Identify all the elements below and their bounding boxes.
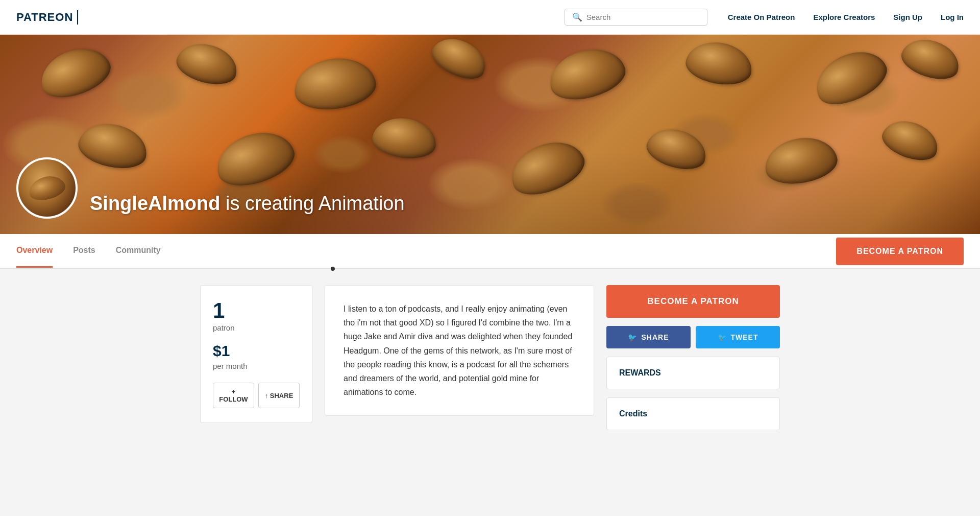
search-bar[interactable]: 🔍 — [565, 9, 707, 26]
tweet-label: TWEET — [731, 333, 758, 341]
patron-label: patron — [213, 323, 300, 332]
almond-decoration — [807, 41, 894, 114]
hero-content: SingleAlmond is creating Animation — [16, 157, 405, 219]
create-on-patreon-link[interactable]: Create On Patreon — [728, 13, 795, 21]
search-input[interactable] — [586, 13, 700, 21]
creator-name: SingleAlmond — [90, 193, 220, 214]
patreon-logo: PATREON — [16, 10, 78, 25]
creator-subtitle: is creating Animation — [220, 193, 404, 214]
credits-title: Credits — [619, 409, 767, 418]
twitter-icon: 🐦 — [718, 333, 727, 341]
description-text: I listen to a ton of podcasts, and I rea… — [344, 302, 575, 399]
almond-decoration — [897, 35, 964, 85]
share-button[interactable]: ↑ SHARE — [258, 383, 300, 408]
tab-overview[interactable]: Overview — [16, 234, 53, 268]
main-content: 1 patron $1 per month + FOLLOW ↑ SHARE I… — [184, 269, 796, 430]
almond-decoration — [291, 53, 379, 114]
almond-decoration — [544, 41, 630, 107]
facebook-icon: 🐦 — [628, 333, 637, 341]
right-panel: BECOME A PATRON 🐦 SHARE 🐦 TWEET REWARDS … — [606, 285, 780, 430]
avatar — [16, 157, 78, 219]
log-in-link[interactable]: Log In — [941, 13, 964, 21]
social-buttons: 🐦 SHARE 🐦 TWEET — [606, 326, 780, 348]
tab-community[interactable]: Community — [116, 234, 161, 268]
rewards-section: REWARDS — [606, 357, 780, 389]
logo-divider — [77, 10, 78, 25]
action-buttons: + FOLLOW ↑ SHARE — [213, 383, 300, 408]
description-panel: I listen to a ton of podcasts, and I rea… — [325, 285, 594, 416]
credits-section: Credits — [606, 397, 780, 430]
left-panel: 1 patron $1 per month + FOLLOW ↑ SHARE — [200, 285, 312, 423]
avatar-almond — [27, 172, 68, 203]
facebook-share-button[interactable]: 🐦 SHARE — [606, 326, 691, 348]
search-icon: 🔍 — [572, 12, 582, 22]
become-patron-side-button[interactable]: BECOME A PATRON — [606, 285, 780, 318]
tabs-bar: Overview Posts Community BECOME A PATRON — [0, 234, 980, 269]
explore-creators-link[interactable]: Explore Creators — [813, 13, 875, 21]
become-patron-button[interactable]: BECOME A PATRON — [836, 238, 964, 265]
navbar-links: Create On Patreon Explore Creators Sign … — [728, 13, 964, 21]
share-label: SHARE — [641, 333, 669, 341]
monthly-label: per month — [213, 362, 300, 370]
follow-button[interactable]: + FOLLOW — [213, 383, 254, 408]
almond-decoration — [683, 37, 755, 89]
tab-posts[interactable]: Posts — [73, 234, 95, 268]
almond-decoration — [173, 37, 241, 90]
twitter-tweet-button[interactable]: 🐦 TWEET — [696, 326, 780, 348]
hero-banner: SingleAlmond is creating Animation — [0, 35, 980, 234]
almond-decoration — [34, 40, 116, 106]
almond-decoration — [427, 35, 492, 86]
patron-count: 1 — [213, 300, 300, 321]
monthly-amount: $1 — [213, 342, 300, 360]
navbar: PATREON 🔍 Create On Patreon Explore Crea… — [0, 0, 980, 35]
rewards-title: REWARDS — [619, 368, 767, 378]
creator-title: SingleAlmond is creating Animation — [90, 193, 405, 219]
tabs-left: Overview Posts Community — [16, 234, 836, 268]
sign-up-link[interactable]: Sign Up — [893, 13, 922, 21]
